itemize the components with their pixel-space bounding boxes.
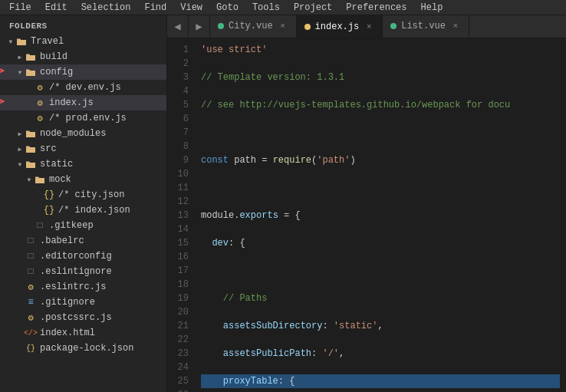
tab-bar: ◀ ▶ City.vue × index.js × List.vue × <box>167 15 566 38</box>
sidebar-item-label: config <box>40 67 73 77</box>
menu-file[interactable]: File <box>3 0 38 15</box>
tab-nav-right[interactable]: ▶ <box>189 15 210 38</box>
sidebar-item-src[interactable]: src <box>0 141 166 156</box>
sidebar-item-gitignore[interactable]: ≡ .gitignore <box>0 295 166 310</box>
sidebar-item-label: /* city.json <box>58 189 124 200</box>
sidebar-item-label: Travel <box>31 36 64 47</box>
menu-project[interactable]: Project <box>288 0 338 15</box>
sidebar-item-label: .editorconfig <box>40 251 112 262</box>
file-icon: ≡ <box>25 296 37 308</box>
sidebar-item-label: .eslintrc.js <box>40 282 106 292</box>
file-icon: □ <box>25 265 37 278</box>
sidebar-item-static[interactable]: static <box>0 156 166 172</box>
sidebar-item-label: index.js <box>49 97 94 108</box>
sidebar-item-eslintrc-js[interactable]: ⚙ .eslintrc.js <box>0 279 166 295</box>
file-icon: □ <box>34 219 46 232</box>
file-icon: ⚙ <box>34 97 46 109</box>
sidebar-item-mock[interactable]: mock <box>0 172 166 187</box>
sidebar-item-label: index.html <box>40 328 95 338</box>
tab-list-vue[interactable]: List.vue × <box>383 15 469 38</box>
sidebar-item-dev-env-js[interactable]: ⚙ /* dev.env.js <box>0 80 166 95</box>
sidebar-item-label: /* prod.env.js <box>49 113 127 124</box>
menu-selection[interactable]: Selection <box>75 0 137 15</box>
vue-dot-icon <box>390 23 397 29</box>
arrow-icon <box>15 160 25 169</box>
file-icon: ⚙ <box>25 281 37 293</box>
tab-index-js-label: index.js <box>315 21 360 32</box>
file-icon: ⚙ <box>34 112 46 124</box>
sidebar-item-package-lock-json[interactable]: {} package-lock.json <box>0 341 166 356</box>
folder-icon <box>25 127 37 140</box>
sidebar-item-config[interactable]: ➤ config <box>0 64 166 80</box>
sidebar-item-label: .postcssrc.js <box>40 312 112 323</box>
tab-list-vue-label: List.vue <box>401 21 446 31</box>
line-numbers: 12345 678910 1112131415 1617181920 21222… <box>167 38 195 392</box>
folder-icon <box>25 158 37 170</box>
tab-nav-left[interactable]: ◀ <box>167 15 189 38</box>
menu-preferences[interactable]: Preferences <box>340 0 413 15</box>
menubar: File Edit Selection Find View Goto Tools… <box>0 0 566 15</box>
menu-help[interactable]: Help <box>415 0 449 15</box>
sidebar-title: FOLDERS <box>0 15 166 34</box>
code-area[interactable]: 12345 678910 1112131415 1617181920 21222… <box>167 38 566 392</box>
sidebar-item-label: /* dev.env.js <box>49 82 121 93</box>
sidebar-item-postcssrc-js[interactable]: ⚙ .postcssrc.js <box>0 310 166 325</box>
sidebar-item-label: package-lock.json <box>40 343 133 354</box>
file-icon: □ <box>25 250 37 262</box>
sidebar: FOLDERS Travel build ➤ <box>0 15 167 392</box>
arrow-icon <box>15 52 25 61</box>
file-icon: </> <box>25 327 37 339</box>
sidebar-item-label: mock <box>49 174 71 185</box>
editor: ◀ ▶ City.vue × index.js × List.vue × 123… <box>167 15 566 392</box>
sidebar-item-label: src <box>40 143 57 154</box>
sidebar-item-label: .gitignore <box>40 297 95 308</box>
vue-dot-icon <box>218 23 224 29</box>
menu-find[interactable]: Find <box>138 0 173 15</box>
sidebar-item-travel[interactable]: Travel <box>0 34 166 49</box>
tab-city-vue[interactable]: City.vue × <box>210 15 297 38</box>
arrow-icon <box>6 37 15 46</box>
file-icon: {} <box>43 189 55 201</box>
tab-close-list-vue[interactable]: × <box>450 21 461 31</box>
file-icon: ⚙ <box>25 311 37 324</box>
sidebar-item-label: static <box>40 159 73 170</box>
sidebar-item-gitkeep[interactable]: □ .gitkeep <box>0 218 166 233</box>
sidebar-item-eslintignore[interactable]: □ .eslintignore <box>0 264 166 279</box>
sidebar-item-babelrc[interactable]: □ .babelrc <box>0 233 166 249</box>
sidebar-item-city-json[interactable]: {} /* city.json <box>0 187 166 203</box>
tab-index-js[interactable]: index.js × <box>297 15 383 38</box>
folder-icon <box>25 66 37 78</box>
sidebar-item-label: .eslintignore <box>40 266 112 277</box>
sidebar-item-label: node_modules <box>40 128 106 139</box>
js-dot-icon <box>304 24 311 30</box>
arrow-icon <box>15 144 25 153</box>
folder-icon <box>25 51 37 63</box>
sidebar-item-prod-env-js[interactable]: ⚙ /* prod.env.js <box>0 110 166 126</box>
red-arrow-config: ➤ <box>0 66 6 78</box>
tab-close-city-vue[interactable]: × <box>278 21 288 31</box>
code-editor[interactable]: 'use strict' // Template version: 1.3.1 … <box>195 38 566 392</box>
sidebar-item-label: /* index.json <box>58 205 130 216</box>
tab-city-vue-label: City.vue <box>229 21 273 31</box>
folder-icon <box>25 143 37 155</box>
menu-goto[interactable]: Goto <box>210 0 245 15</box>
tab-close-index-js[interactable]: × <box>364 21 374 32</box>
main-area: FOLDERS Travel build ➤ <box>0 15 566 392</box>
red-arrow-index: ➤ <box>0 97 6 109</box>
arrow-icon <box>25 175 34 184</box>
sidebar-item-index-html[interactable]: </> index.html <box>0 325 166 341</box>
sidebar-item-label: .babelrc <box>40 236 84 246</box>
sidebar-item-index-js[interactable]: ➤ ⚙ index.js <box>0 95 166 110</box>
file-icon: {} <box>43 204 55 216</box>
file-icon: ⚙ <box>34 81 46 94</box>
sidebar-item-editorconfig[interactable]: □ .editorconfig <box>0 249 166 264</box>
folder-icon <box>34 173 46 186</box>
sidebar-item-node-modules[interactable]: node_modules <box>0 126 166 141</box>
menu-edit[interactable]: Edit <box>39 0 74 15</box>
file-icon: {} <box>25 342 37 354</box>
sidebar-item-build[interactable]: build <box>0 49 166 64</box>
sidebar-item-index-json[interactable]: {} /* index.json <box>0 203 166 218</box>
file-icon: □ <box>25 235 37 247</box>
menu-view[interactable]: View <box>174 0 209 15</box>
menu-tools[interactable]: Tools <box>246 0 286 15</box>
